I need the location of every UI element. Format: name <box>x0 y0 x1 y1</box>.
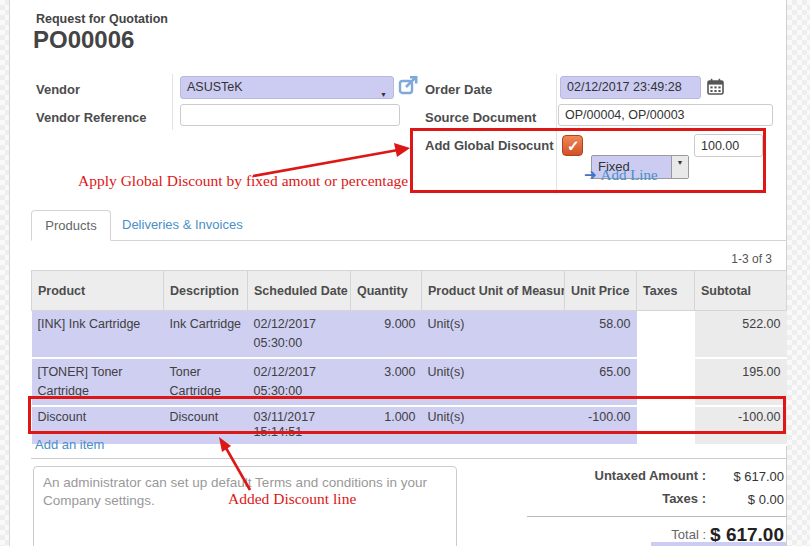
annotation-note-discount: Apply Global Discount by fixed amout or … <box>78 172 408 190</box>
taxes-label: Taxes : <box>525 491 706 506</box>
vendor-value: ASUSTeK <box>187 80 243 94</box>
tab-products-label: Products <box>45 218 96 233</box>
form-group-divider-left <box>172 74 173 130</box>
cell-scheduled-date[interactable]: 02/12/2017 05:30:00 <box>248 311 351 359</box>
request-for-quotation-page: Request for Quotation PO00006 Vendor ASU… <box>0 0 810 546</box>
vendor-reference-label: Vendor Reference <box>36 110 147 125</box>
page-title: PO00006 <box>33 26 134 54</box>
left-edge-strip <box>0 0 10 546</box>
column-header-product[interactable]: Product <box>32 271 164 311</box>
vendor-reference-input[interactable] <box>180 104 400 126</box>
source-document-input[interactable] <box>558 104 773 126</box>
pager-text[interactable]: 1-3 of 3 <box>700 252 772 266</box>
table-header-row: Product Description Scheduled Date Quant… <box>32 271 787 311</box>
table-row-ink[interactable]: [INK] Ink Cartridge Ink Cartridge 02/12/… <box>32 311 787 359</box>
taxes-value: $ 0.00 <box>686 492 784 507</box>
column-header-taxes[interactable]: Taxes <box>637 271 695 311</box>
breadcrumb: Request for Quotation <box>36 12 168 26</box>
external-link-icon[interactable] <box>398 75 419 96</box>
annotation-box-global-discount <box>410 128 766 193</box>
order-date-label: Order Date <box>425 82 492 97</box>
annotation-note-added-line: Added Discount line <box>228 490 356 508</box>
annotation-box-discount-row <box>28 396 786 434</box>
tab-deliveries-invoices-label: Deliveries & Invoices <box>122 217 243 232</box>
cell-description[interactable]: Ink Cartridge <box>164 311 248 359</box>
calendar-icon[interactable] <box>707 78 724 95</box>
untaxed-amount-value: $ 617.00 <box>686 469 784 484</box>
cell-unit-price[interactable]: 58.00 <box>565 311 637 359</box>
column-header-unit-price[interactable]: Unit Price <box>565 271 637 311</box>
cell-subtotal: 522.00 <box>695 311 787 359</box>
tab-deliveries-invoices[interactable]: Deliveries & Invoices <box>122 217 243 232</box>
totals-divider <box>527 516 786 517</box>
add-item-label: Add an item <box>35 437 104 452</box>
chevron-down-icon: ▼ <box>380 84 387 99</box>
column-header-quantity[interactable]: Quantity <box>351 271 422 311</box>
right-edge-strip <box>786 0 810 546</box>
tabs-baseline <box>31 240 786 241</box>
untaxed-amount-label: Untaxed Amount : <box>525 468 706 483</box>
vendor-label: Vendor <box>36 82 80 97</box>
order-date-field[interactable]: 02/12/2017 23:49:28 <box>560 76 701 99</box>
tab-products[interactable]: Products <box>31 210 111 241</box>
column-header-subtotal[interactable]: Subtotal <box>695 271 787 311</box>
column-header-scheduled-date[interactable]: Scheduled Date <box>248 271 351 311</box>
column-header-uom[interactable]: Product Unit of Measure <box>422 271 565 311</box>
order-date-value: 02/12/2017 23:49:28 <box>567 80 682 94</box>
column-header-description[interactable]: Description <box>164 271 248 311</box>
cell-taxes[interactable] <box>637 311 695 359</box>
cell-quantity[interactable]: 9.000 <box>351 311 422 359</box>
cell-product[interactable]: [INK] Ink Cartridge <box>32 311 164 359</box>
total-highlight-strip <box>651 542 786 546</box>
source-document-label: Source Document <box>425 110 536 125</box>
add-item-link[interactable]: Add an item <box>35 437 104 452</box>
vendor-select[interactable]: ASUSTeK ▼ <box>180 76 394 99</box>
cell-uom[interactable]: Unit(s) <box>422 311 565 359</box>
section-separator <box>31 458 786 459</box>
